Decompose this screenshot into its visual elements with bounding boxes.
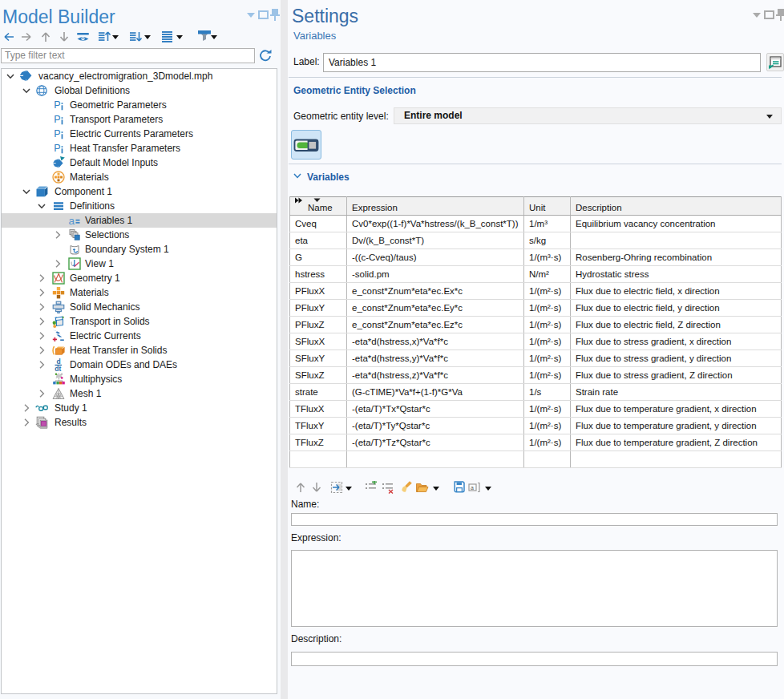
svg-text:a: a: [471, 485, 474, 491]
